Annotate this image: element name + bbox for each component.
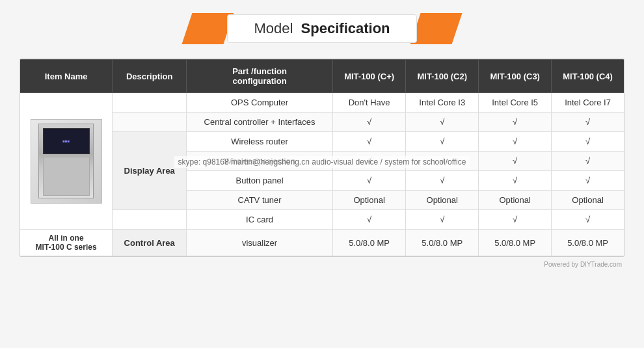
val-c3-5: √ <box>479 171 552 191</box>
footer: Powered by DIYTrade.com <box>20 261 624 268</box>
val-c4-5: √ <box>552 171 624 191</box>
product-inner: ■■■ <box>38 124 94 198</box>
val-c4-1: Intel Core I7 <box>552 93 624 113</box>
desc-display-area: Display Area <box>113 132 187 210</box>
col-header-item-name: Item Name <box>20 60 113 93</box>
val-c-plus-4: √ <box>332 152 405 171</box>
val-c4-6: Optional <box>552 191 624 210</box>
part-ops-computer: OPS Computer <box>187 93 333 113</box>
val-c2-2: √ <box>406 113 479 132</box>
table-row: All in oneMIT-100 C series Control Area … <box>20 230 624 256</box>
col-header-mit-c-plus: MIT-100 (C+) <box>332 60 405 93</box>
val-c4-8: 5.0/8.0 MP <box>552 230 624 256</box>
product-screen: ■■■ <box>43 128 90 154</box>
val-c2-1: Intel Core I3 <box>406 93 479 113</box>
product-body <box>43 157 90 196</box>
col-header-description: Description <box>113 60 187 93</box>
spec-table-container: skype: q98168 martin@hengsheng.cn audio-… <box>20 59 624 257</box>
header-banner: Model Specification <box>20 13 624 44</box>
col-header-mit-c3: MIT-100 (C3) <box>479 60 552 93</box>
val-c-plus-5: √ <box>332 171 405 191</box>
val-c2-8: 5.0/8.0 MP <box>406 230 479 256</box>
desc-control-area: Control Area <box>113 230 187 256</box>
product-image: ■■■ <box>31 119 102 204</box>
part-ic-card: IC card <box>187 210 333 230</box>
header-title-normal: Model <box>254 20 293 36</box>
part-wireless-router: Wireless router <box>187 132 333 152</box>
val-c-plus-7: √ <box>332 210 405 230</box>
col-header-mit-c4: MIT-100 (C4) <box>552 60 624 93</box>
val-c3-3: √ <box>479 132 552 152</box>
val-c2-6: Optional <box>406 191 479 210</box>
desc-cell-2 <box>113 113 187 132</box>
val-c4-7: √ <box>552 210 624 230</box>
col-header-part-function: Part /functionconfiguration <box>187 60 333 93</box>
col-header-mit-c2: MIT-100 (C2) <box>406 60 479 93</box>
table-row: ■■■ OPS Computer Don't Have Intel Core I… <box>20 93 624 113</box>
val-c-plus-8: 5.0/8.0 MP <box>332 230 405 256</box>
spec-table: Item Name Description Part /functionconf… <box>20 59 624 256</box>
val-c4-2: √ <box>552 113 624 132</box>
product-label-cell: All in oneMIT-100 C series <box>20 230 113 256</box>
footer-text: Powered by DIYTrade.com <box>544 261 622 268</box>
val-c-plus-1: Don't Have <box>332 93 405 113</box>
header-title: Model Specification <box>227 14 416 43</box>
val-c3-7: √ <box>479 210 552 230</box>
desc-cell-7 <box>113 210 187 230</box>
val-c2-5: √ <box>406 171 479 191</box>
val-c-plus-3: √ <box>332 132 405 152</box>
val-c3-4: √ <box>479 152 552 171</box>
val-c3-1: Intel Core I5 <box>479 93 552 113</box>
part-button-panel: Button panel <box>187 171 333 191</box>
val-c-plus-2: √ <box>332 113 405 132</box>
val-c3-2: √ <box>479 113 552 132</box>
val-c-plus-6: Optional <box>332 191 405 210</box>
header-left-shape <box>181 13 234 44</box>
val-c2-3: √ <box>406 132 479 152</box>
val-c4-3: √ <box>552 132 624 152</box>
desc-cell-1 <box>113 93 187 113</box>
val-c3-8: 5.0/8.0 MP <box>479 230 552 256</box>
header-title-bold: Specification <box>301 20 390 36</box>
val-c2-7: √ <box>406 210 479 230</box>
part-visualizer: visualizer <box>187 230 333 256</box>
table-header-row: Item Name Description Part /functionconf… <box>20 60 624 93</box>
header-right-shape <box>410 13 463 44</box>
part-central-controller: Central controller + Interfaces <box>187 113 333 132</box>
val-c3-6: Optional <box>479 191 552 210</box>
part-catv-tuner: CATV tuner <box>187 191 333 210</box>
product-image-cell: ■■■ <box>20 93 113 230</box>
table-wrapper: Item Name Description Part /functionconf… <box>20 59 624 257</box>
part-wireless-projection: Wireless projection <box>187 152 333 171</box>
val-c4-4: √ <box>552 152 624 171</box>
val-c2-4: √ <box>406 152 479 171</box>
